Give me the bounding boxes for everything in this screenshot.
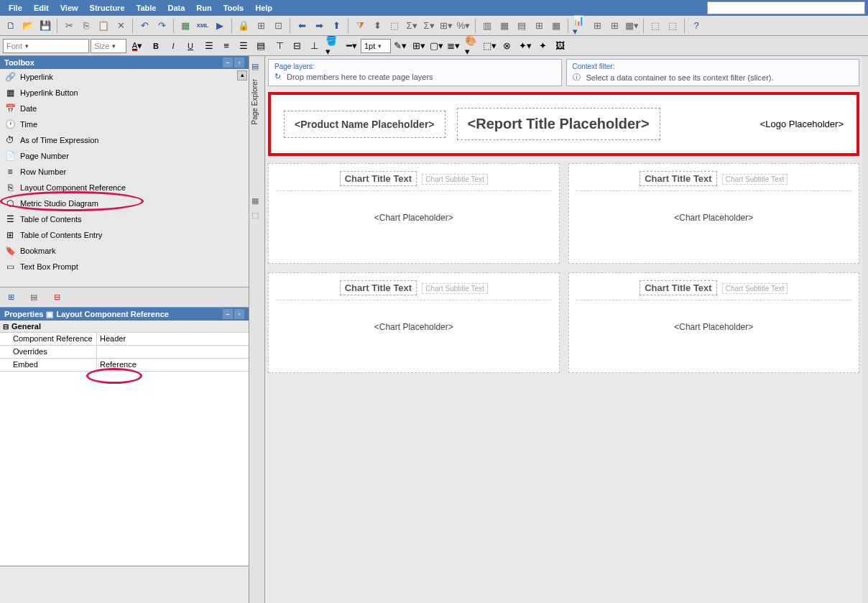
chart-cell-3[interactable]: Chart Title Text Chart Subtitle Text <Ch… [268,272,560,373]
list-icon[interactable]: ▥ [479,18,495,34]
align-center-icon[interactable]: ≡ [218,38,234,54]
arrow-up-icon[interactable]: ⬆ [328,18,344,34]
copy-icon[interactable]: ⎘ [78,18,94,34]
report-title-placeholder[interactable]: <Report Title Placeholder> [457,108,660,140]
chart-placeholder-1[interactable]: <Chart Placeholder> [276,213,552,223]
validate-icon[interactable]: ▦ [177,18,193,34]
properties-close-icon[interactable]: ▫ [234,309,244,319]
chart-subtitle-1[interactable]: Chart Subtitle Text [422,174,488,185]
tab-insertable-icon[interactable]: ⊞ [4,291,17,304]
redo-icon[interactable]: ↷ [154,18,170,34]
toolbox-item-date[interactable]: 📅Date [0,101,249,116]
chart-cell-2[interactable]: Chart Title Text Chart Subtitle Text <Ch… [568,163,860,264]
headers-icon[interactable]: ▦ [548,18,564,34]
line-width-combo[interactable]: 1pt [361,39,391,53]
align-left-icon[interactable]: ☰ [201,38,217,54]
menu-edit[interactable]: Edit [28,4,55,12]
fill-icon[interactable]: 🪣▾ [325,38,341,54]
paste-icon[interactable]: 📋 [96,18,111,34]
save-icon[interactable]: 💾 [37,18,53,34]
tab-data-icon[interactable]: ▤ [27,291,40,304]
prop-row-component-reference[interactable]: Component ReferenceHeader [0,333,249,346]
new-icon[interactable]: 🗋 [3,18,19,34]
chart-title-4[interactable]: Chart Title Text [640,280,716,295]
menu-data[interactable]: Data [162,4,190,12]
chart-placeholder-2[interactable]: <Chart Placeholder> [576,213,852,223]
undo-icon[interactable]: ↶ [137,18,152,34]
chart-subtitle-4[interactable]: Chart Subtitle Text [722,283,788,294]
toolbox-item-row-number[interactable]: ≡Row Number [0,164,249,180]
map-icon[interactable]: ⊞ [589,18,605,34]
prop-value[interactable] [97,346,249,358]
chart-cell-1[interactable]: Chart Title Text Chart Subtitle Text <Ch… [268,163,560,264]
toolbox-item-page-number[interactable]: 📄Page Number [0,148,249,164]
chart-title-3[interactable]: Chart Title Text [340,280,417,295]
chart-title-1[interactable]: Chart Title Text [340,171,417,186]
prop-row-embed[interactable]: EmbedReference [0,359,249,372]
font-color-icon[interactable]: A▾ [129,38,145,54]
toolbox-min-icon[interactable]: – [223,57,233,68]
prop-row-overrides[interactable]: Overrides [0,346,249,359]
tool-a-icon[interactable]: ✦▾ [517,38,533,54]
tool-b-icon[interactable]: ✦ [535,38,550,54]
valign-bottom-icon[interactable]: ⊥ [306,38,322,54]
help-icon[interactable]: ? [688,18,704,34]
chart-title-2[interactable]: Chart Title Text [640,171,716,186]
valign-middle-icon[interactable]: ⊟ [289,38,305,54]
chart-subtitle-2[interactable]: Chart Subtitle Text [722,174,788,185]
toolbox-item-metric-studio-diagram[interactable]: ⬡Metric Studio Diagram [0,195,249,211]
chart-subtitle-3[interactable]: Chart Subtitle Text [422,283,488,294]
align-icon[interactable]: ⬚ [647,18,663,34]
arrow-right-icon[interactable]: ➡ [311,18,327,34]
distribute-icon[interactable]: ⬚ [665,18,680,34]
toolbox-item-hyperlink[interactable]: 🔗Hyperlink [0,69,249,85]
percent-icon[interactable]: %▾ [456,18,471,34]
menu-file[interactable]: File [3,4,28,12]
explorer-cond-icon[interactable]: ⬚ [251,211,263,222]
calc-icon[interactable]: ⊞▾ [438,18,454,34]
logo-placeholder[interactable]: <Logo Placeholder> [760,119,844,129]
search-box[interactable] [707,1,865,14]
align-justify-icon[interactable]: ▤ [253,38,269,54]
prop-value[interactable]: Header [97,333,249,345]
menu-table[interactable]: Table [131,4,162,12]
container-icon[interactable]: ▦▾ [624,18,640,34]
chart-cell-4[interactable]: Chart Title Text Chart Subtitle Text <Ch… [568,272,860,373]
toolbox-item-hyperlink-button[interactable]: ▦Hyperlink Button [0,85,249,101]
italic-icon[interactable]: I [165,38,181,54]
cut-icon[interactable]: ✂ [61,18,77,34]
font-combo[interactable]: Font [3,39,89,53]
tab-toolbox-icon[interactable]: ⊟ [50,291,63,304]
padding-icon[interactable]: ▢▾ [428,38,444,54]
line-color-icon[interactable]: ✎▾ [392,38,408,54]
chart-placeholder-3[interactable]: <Chart Placeholder> [276,322,552,332]
prop-group-general[interactable]: General [0,321,249,333]
sort-icon[interactable]: ⬍ [369,18,385,34]
lock-icon[interactable]: 🔒 [236,18,251,34]
report-canvas[interactable]: <Product Name Placeholder> <Report Title… [265,89,862,603]
summarize-icon[interactable]: Σ▾ [421,18,437,34]
align-right-icon[interactable]: ☰ [236,38,251,54]
repeater-icon[interactable]: ⊞ [606,18,622,34]
report-header[interactable]: <Product Name Placeholder> <Report Title… [268,92,859,156]
size-combo[interactable]: Size [91,39,126,53]
menu-tools[interactable]: Tools [218,4,250,12]
menu-structure[interactable]: Structure [84,4,131,12]
section-icon[interactable]: ▤ [514,18,530,34]
group-icon[interactable]: ⬚ [387,18,402,34]
toolbox-item-bookmark[interactable]: 🔖Bookmark [0,243,249,259]
conditional-icon[interactable]: ⊗ [499,38,514,54]
crosstab-icon[interactable]: ▦ [497,18,512,34]
arrow-left-icon[interactable]: ⬅ [294,18,310,34]
product-name-placeholder[interactable]: <Product Name Placeholder> [284,111,445,138]
menu-help[interactable]: Help [249,4,278,12]
class-icon[interactable]: ⬚▾ [481,38,497,54]
pivot-icon[interactable]: ⊞ [531,18,547,34]
properties-min-icon[interactable]: – [223,309,233,319]
style-icon[interactable]: 🎨▾ [464,38,480,54]
toolbox-item-text-box-prompt[interactable]: ▭Text Box Prompt [0,259,249,275]
toolbox-item-table-of-contents-entry[interactable]: ⊞Table of Contents Entry [0,227,249,243]
grid-icon[interactable]: ⊞ [253,18,269,34]
explorer-query-icon[interactable]: ▦ [251,196,263,208]
xml-icon[interactable]: XML [195,18,211,34]
